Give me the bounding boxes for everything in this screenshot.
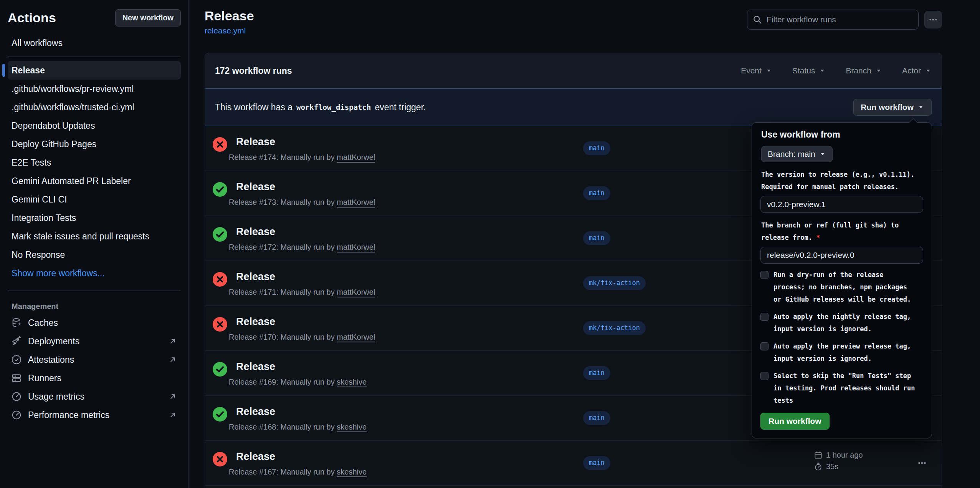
filter-workflow-runs-box — [747, 10, 919, 30]
workflow-dispatch-banner: This workflow has a workflow_dispatch ev… — [205, 88, 942, 126]
panel-title: Use workflow from — [761, 129, 923, 140]
checkbox-label[interactable]: Run a dry-run of the release process; no… — [773, 269, 916, 305]
required-asterisk: * — [812, 234, 820, 241]
run-meta: 1 hour ago35s — [814, 449, 863, 472]
sidebar-item-caches[interactable]: Caches — [8, 314, 181, 332]
sidebar-item-workflow[interactable]: Dependabot Updates — [8, 116, 181, 135]
server-icon — [12, 373, 21, 383]
sidebar-item-workflow[interactable]: Gemini Automated PR Labeler — [8, 172, 181, 190]
sidebar-item-workflow[interactable]: Gemini CLI CI — [8, 190, 181, 209]
check-circle-fill-icon — [213, 182, 227, 197]
actor-link[interactable]: mattKorwel — [337, 288, 375, 296]
field-hint: The version to release (e.g., v0.1.11). … — [761, 168, 922, 193]
management-heading: Management — [8, 299, 181, 314]
sidebar-item-runners[interactable]: Runners — [8, 369, 181, 387]
run-description-text: Release #169: Manually run by — [229, 378, 337, 386]
run-title-link[interactable]: Release — [236, 406, 275, 418]
sidebar-item-workflow[interactable]: .github/workflows/trusted-ci.yml — [8, 98, 181, 116]
branch-badge[interactable]: main — [583, 141, 610, 155]
run-description-text: Release #168: Manually run by — [229, 423, 337, 431]
workflow-options-button[interactable] — [924, 11, 942, 28]
sidebar-item-deployments[interactable]: Deployments — [8, 332, 181, 350]
filter-dropdown-actor[interactable]: Actor — [902, 66, 932, 75]
sidebar-item-workflow[interactable]: E2E Tests — [8, 153, 181, 172]
banner-code: workflow_dispatch — [296, 103, 371, 111]
actor-link[interactable]: mattKorwel — [337, 333, 375, 341]
checkbox-label[interactable]: Auto apply the preview release tag, inpu… — [773, 340, 916, 365]
calendar-icon — [814, 451, 822, 459]
checkbox-label[interactable]: Select to skip the "Run Tests" step in t… — [773, 370, 916, 407]
show-more-workflows-link[interactable]: Show more workflows... — [8, 264, 181, 282]
sidebar-item-performance-metrics[interactable]: Performance metrics — [8, 406, 181, 424]
actor-link[interactable]: mattKorwel — [337, 153, 375, 161]
sidebar-item-usage-metrics[interactable]: Usage metrics — [8, 387, 181, 406]
run-workflow-dropdown-button[interactable]: Run workflow — [853, 99, 932, 116]
run-description-text: Release #174: Manually run by — [229, 153, 337, 161]
actor-link[interactable]: mattKorwel — [337, 243, 375, 251]
run-title-link[interactable]: Release — [236, 451, 275, 463]
sidebar-divider — [8, 290, 181, 290]
run-workflow-panel: Use workflow from Branch: main The versi… — [752, 122, 932, 438]
branch-badge[interactable]: main — [583, 411, 610, 425]
sidebar-item-workflow[interactable]: .github/workflows/pr-review.yml — [8, 80, 181, 98]
sidebar-item-workflow[interactable]: Release — [8, 61, 181, 80]
branch-badge[interactable]: main — [583, 186, 610, 200]
run-description: Release #171: Manually run by mattKorwel — [229, 288, 375, 297]
run-title-link[interactable]: Release — [236, 271, 275, 283]
sidebar-item-attestations[interactable]: Attestations — [8, 350, 181, 369]
branch-badge[interactable]: mk/fix-action — [583, 276, 646, 290]
sidebar-item-workflow[interactable]: No Response — [8, 246, 181, 264]
filter-dropdown-status[interactable]: Status — [792, 66, 826, 75]
actor-link[interactable]: skeshive — [337, 468, 367, 476]
filter-label: Branch — [846, 66, 871, 75]
x-circle-fill-icon — [213, 137, 227, 152]
checkbox[interactable] — [760, 271, 768, 279]
run-title-link[interactable]: Release — [236, 136, 275, 148]
run-title-link[interactable]: Release — [236, 316, 275, 328]
rocket-icon — [12, 336, 21, 346]
branch-badge[interactable]: main — [583, 231, 610, 245]
runs-count: 172 workflow runs — [215, 66, 292, 76]
branch-badge[interactable]: mk/fix-action — [583, 321, 646, 335]
filter-workflow-runs-input[interactable] — [767, 15, 913, 24]
checkbox[interactable] — [760, 372, 768, 380]
actor-link[interactable]: skeshive — [337, 423, 367, 431]
branch-badge[interactable]: main — [583, 456, 610, 470]
workflow-run-row[interactable]: ReleaseRelease #167: Manually run by ske… — [205, 441, 942, 486]
run-title-link[interactable]: Release — [236, 181, 275, 193]
workflow-file-link[interactable]: release.yml — [205, 26, 246, 35]
branch-selector-button[interactable]: Branch: main — [761, 146, 833, 162]
actor-link[interactable]: skeshive — [337, 378, 367, 386]
filter-dropdown-branch[interactable]: Branch — [846, 66, 882, 75]
run-description-text: Release #167: Manually run by — [229, 468, 337, 476]
runs-list-header: 172 workflow runs EventStatusBranchActor — [205, 53, 942, 88]
actor-link[interactable]: mattKorwel — [337, 198, 375, 206]
run-title-link[interactable]: Release — [236, 361, 275, 373]
run-description: Release #172: Manually run by mattKorwel — [229, 243, 375, 252]
sidebar-item-all-workflows[interactable]: All workflows — [8, 38, 181, 48]
panel-checkbox-row: Auto apply the nightly release tag, inpu… — [760, 310, 923, 335]
run-duration: 35s — [826, 462, 838, 471]
workflow-input-field[interactable] — [760, 247, 923, 264]
checkbox[interactable] — [760, 313, 768, 321]
branch-badge[interactable]: main — [583, 366, 610, 380]
sidebar-item-workflow[interactable]: Integration Tests — [8, 209, 181, 227]
workflow-input-field[interactable] — [760, 196, 923, 213]
checkbox[interactable] — [760, 342, 768, 350]
sidebar-item-workflow[interactable]: Deploy GitHub Pages — [8, 135, 181, 153]
run-description: Release #170: Manually run by mattKorwel — [229, 333, 375, 342]
run-title-link[interactable]: Release — [236, 226, 275, 238]
new-workflow-button[interactable]: New workflow — [115, 9, 181, 27]
chevron-down-icon — [765, 67, 772, 74]
run-description: Release #169: Manually run by skeshive — [229, 378, 367, 387]
sidebar-item-label: Caches — [28, 318, 58, 328]
run-description-text: Release #170: Manually run by — [229, 333, 337, 341]
run-workflow-submit-button[interactable]: Run workflow — [760, 413, 830, 430]
runs-filter-bar: EventStatusBranchActor — [741, 66, 932, 75]
filter-dropdown-event[interactable]: Event — [741, 66, 772, 75]
checkbox-label[interactable]: Auto apply the nightly release tag, inpu… — [773, 310, 916, 335]
sidebar-item-workflow[interactable]: Mark stale issues and pull requests — [8, 227, 181, 246]
run-options-button[interactable] — [914, 455, 930, 471]
meter-icon — [12, 392, 21, 402]
cache-icon — [12, 318, 21, 328]
